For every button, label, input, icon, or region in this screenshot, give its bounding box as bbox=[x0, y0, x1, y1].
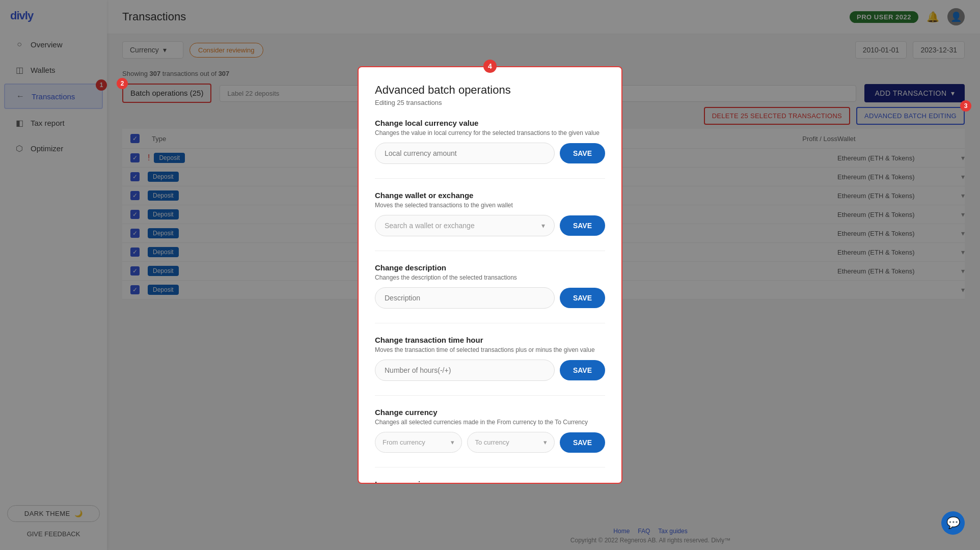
section-description: Change description Changes the descripti… bbox=[375, 263, 605, 309]
currency-title: Change currency bbox=[375, 408, 605, 417]
from-to-row: From currency ▾ To currency ▾ bbox=[375, 432, 555, 453]
wallet-chevron-down-icon: ▾ bbox=[541, 222, 545, 230]
section-currency: Change currency Changes all selected cur… bbox=[375, 408, 605, 453]
modal: Advanced batch operations Editing 25 tra… bbox=[358, 66, 622, 484]
time-hour-title: Change transaction time hour bbox=[375, 336, 605, 344]
time-hour-desc: Moves the transaction time of selected t… bbox=[375, 346, 605, 353]
to-currency-label: To currency bbox=[475, 438, 509, 446]
to-currency-select[interactable]: To currency ▾ bbox=[467, 432, 554, 453]
currency-save-button[interactable]: SAVE bbox=[560, 432, 605, 453]
chat-bubble[interactable]: 💬 bbox=[941, 511, 965, 535]
modal-badge-4: 4 bbox=[483, 60, 497, 73]
advanced-badge-3: 3 bbox=[960, 100, 971, 112]
time-hour-row: SAVE bbox=[375, 360, 605, 381]
modal-overlay: 4 Advanced batch operations Editing 25 t… bbox=[0, 0, 980, 550]
description-desc: Changes the description of the selected … bbox=[375, 274, 605, 281]
local-currency-title: Change local currency value bbox=[375, 119, 605, 127]
time-hour-input[interactable] bbox=[375, 360, 555, 381]
divider-3 bbox=[375, 323, 605, 323]
modal-subtitle: Editing 25 transactions bbox=[375, 99, 605, 106]
description-input[interactable] bbox=[375, 287, 555, 309]
wallet-select[interactable]: Search a wallet or exchange ▾ bbox=[375, 215, 555, 236]
local-currency-row: SAVE bbox=[375, 143, 605, 164]
local-currency-desc: Changes the value in local currency for … bbox=[375, 129, 605, 136]
from-currency-select[interactable]: From currency ▾ bbox=[375, 432, 462, 453]
description-save-button[interactable]: SAVE bbox=[560, 288, 605, 308]
modal-title: Advanced batch operations bbox=[375, 84, 605, 97]
wallet-save-button[interactable]: SAVE bbox=[560, 215, 605, 236]
time-hour-save-button[interactable]: SAVE bbox=[560, 360, 605, 380]
chat-icon: 💬 bbox=[946, 516, 960, 530]
description-title: Change description bbox=[375, 263, 605, 272]
wallet-row: Search a wallet or exchange ▾ SAVE bbox=[375, 215, 605, 236]
ignore-warnings-title: Ignore warnings bbox=[375, 480, 605, 484]
currency-desc: Changes all selected currencies made in … bbox=[375, 419, 605, 426]
from-currency-label: From currency bbox=[383, 438, 425, 446]
section-time-hour: Change transaction time hour Moves the t… bbox=[375, 336, 605, 381]
divider-1 bbox=[375, 178, 605, 179]
to-currency-chevron-icon: ▾ bbox=[543, 438, 547, 446]
divider-4 bbox=[375, 395, 605, 396]
local-currency-save-button[interactable]: SAVE bbox=[560, 143, 605, 163]
wallet-section-title: Change wallet or exchange bbox=[375, 191, 605, 200]
wallet-section-desc: Moves the selected transactions to the g… bbox=[375, 202, 605, 209]
from-currency-chevron-icon: ▾ bbox=[451, 438, 454, 446]
currency-row: From currency ▾ To currency ▾ SAVE bbox=[375, 432, 605, 453]
divider-5 bbox=[375, 467, 605, 468]
section-local-currency: Change local currency value Changes the … bbox=[375, 119, 605, 164]
description-row: SAVE bbox=[375, 287, 605, 309]
modal-container: 4 Advanced batch operations Editing 25 t… bbox=[358, 66, 622, 484]
wallet-placeholder: Search a wallet or exchange bbox=[385, 222, 475, 230]
local-currency-input[interactable] bbox=[375, 143, 555, 164]
section-ignore-warnings: Ignore warnings Ignores warnings on the … bbox=[375, 480, 605, 484]
batch-badge-2: 2 bbox=[117, 78, 128, 89]
divider-2 bbox=[375, 251, 605, 251]
section-wallet: Change wallet or exchange Moves the sele… bbox=[375, 191, 605, 236]
